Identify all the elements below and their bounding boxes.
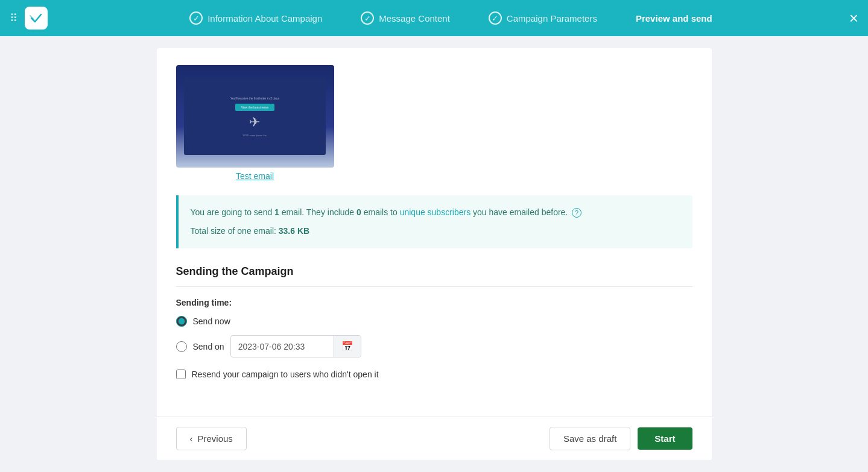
- header: ⠿ ✓ Information About Campaign ✓ Message…: [0, 0, 868, 36]
- help-icon[interactable]: ?: [572, 208, 581, 218]
- step-preview-label: Preview and send: [636, 13, 712, 24]
- send-on-label: Send on: [193, 342, 224, 351]
- info-box: You are going to send 1 email. They incl…: [176, 195, 692, 248]
- step-parameters[interactable]: ✓ Campaign Parameters: [469, 11, 616, 25]
- info-zero: 0: [356, 207, 361, 217]
- footer-bar: ‹ Previous Save as draft Start: [157, 417, 712, 460]
- calendar-icon[interactable]: 📅: [334, 336, 361, 357]
- menu-dots-icon[interactable]: ⠿: [10, 11, 17, 25]
- send-now-label: Send now: [193, 316, 230, 326]
- resend-checkbox-row[interactable]: Resend your campaign to users who didn't…: [176, 370, 692, 379]
- step-check-information: ✓: [189, 11, 203, 25]
- step-check-message: ✓: [361, 11, 374, 25]
- thumb-plane-icon: ✈: [249, 115, 260, 130]
- sending-section: Sending the Campaign Sending time: Send …: [176, 265, 692, 379]
- previous-label: Previous: [198, 433, 233, 444]
- test-email-link[interactable]: Test email: [176, 171, 334, 181]
- resend-label: Resend your campaign to users who didn't…: [192, 370, 379, 379]
- resend-checkbox[interactable]: [176, 370, 186, 379]
- datetime-input-wrap: 📅: [230, 335, 361, 357]
- footer-right: Save as draft Start: [550, 427, 692, 450]
- email-thumbnail: You'll receive the first letter in 2 day…: [176, 65, 334, 168]
- info-line1-suffix: you have emailed before.: [470, 207, 568, 217]
- send-on-radio[interactable]: [176, 341, 187, 352]
- content-panel: You'll receive the first letter in 2 day…: [157, 48, 712, 460]
- main-content: You'll receive the first letter in 2 day…: [0, 36, 868, 472]
- chevron-left-icon: ‹: [190, 433, 193, 444]
- sending-time-label: Sending time:: [176, 298, 692, 307]
- info-line1-prefix: You are going to send: [191, 207, 275, 217]
- info-count: 1: [274, 207, 279, 217]
- info-line2: Total size of one email: 33.6 KB: [191, 225, 680, 238]
- email-thumbnail-inner: You'll receive the first letter in 2 day…: [184, 78, 326, 155]
- send-now-option[interactable]: Send now: [176, 316, 692, 327]
- info-line1-mid: email. They include: [279, 207, 356, 217]
- sending-section-title: Sending the Campaign: [176, 265, 692, 287]
- info-line1-suffix-pre: emails to: [361, 207, 400, 217]
- info-line1: You are going to send 1 email. They incl…: [191, 206, 680, 219]
- step-preview[interactable]: Preview and send: [616, 13, 732, 24]
- start-button[interactable]: Start: [638, 427, 692, 450]
- step-message[interactable]: ✓ Message Content: [341, 11, 469, 25]
- previous-button[interactable]: ‹ Previous: [176, 427, 247, 450]
- step-parameters-label: Campaign Parameters: [507, 13, 597, 24]
- close-icon[interactable]: ×: [849, 10, 858, 26]
- save-draft-button[interactable]: Save as draft: [550, 427, 630, 450]
- thumb-text: You'll receive the first letter in 2 day…: [230, 96, 279, 100]
- send-on-row: Send on 📅: [176, 335, 692, 357]
- info-size-prefix: Total size of one email:: [191, 226, 279, 236]
- unique-subscribers-link[interactable]: unique subscribers: [400, 207, 471, 217]
- step-information[interactable]: ✓ Information About Campaign: [170, 11, 341, 25]
- info-size-value: 33.6 KB: [279, 226, 309, 236]
- step-message-label: Message Content: [379, 13, 450, 24]
- thumb-cta: View the latest news: [235, 104, 275, 111]
- email-preview-container: You'll receive the first letter in 2 day…: [176, 65, 334, 181]
- step-information-label: Information About Campaign: [207, 13, 322, 24]
- app-logo[interactable]: [25, 7, 48, 30]
- step-check-parameters: ✓: [489, 11, 502, 25]
- datetime-input[interactable]: [231, 337, 334, 356]
- send-now-radio[interactable]: [176, 316, 187, 327]
- wizard-steps: ✓ Information About Campaign ✓ Message C…: [52, 11, 849, 25]
- thumb-footer-text: 1234 Lorem Ipsum Inc.: [242, 134, 267, 137]
